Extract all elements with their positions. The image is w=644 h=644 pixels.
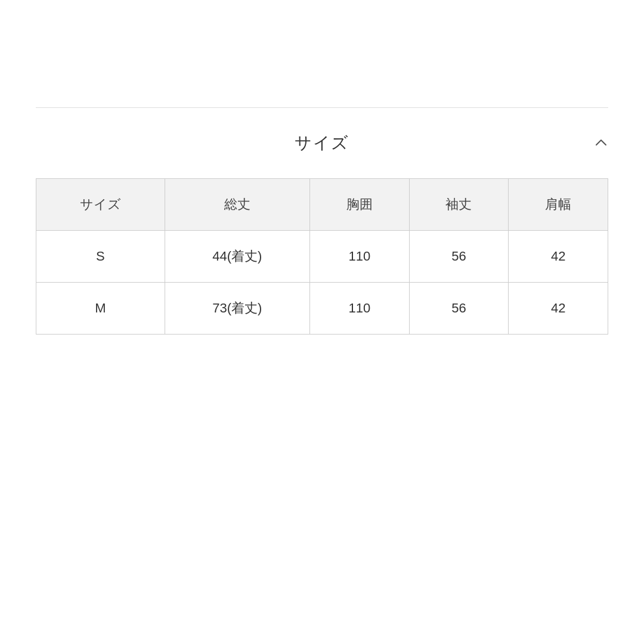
cell-chest-s: 110 — [310, 231, 410, 283]
cell-chest-m: 110 — [310, 283, 410, 335]
header-sleeve: 袖丈 — [409, 179, 509, 231]
cell-total-length-m: 73(着丈) — [165, 283, 309, 335]
cell-sleeve-s: 56 — [409, 231, 509, 283]
section-header: サイズ — [36, 132, 608, 154]
header-total-length: 総丈 — [165, 179, 309, 231]
cell-total-length-s: 44(着丈) — [165, 231, 309, 283]
header-shoulder: 肩幅 — [509, 179, 608, 231]
cell-shoulder-s: 42 — [509, 231, 608, 283]
cell-size-s: S — [36, 231, 165, 283]
table-row: S 44(着丈) 110 56 42 — [36, 231, 608, 283]
cell-size-m: M — [36, 283, 165, 335]
cell-sleeve-m: 56 — [409, 283, 509, 335]
table-row: M 73(着丈) 110 56 42 — [36, 283, 608, 335]
chevron-up-icon[interactable] — [594, 136, 608, 150]
header-chest: 胸囲 — [310, 179, 410, 231]
cell-shoulder-m: 42 — [509, 283, 608, 335]
section-title: サイズ — [295, 132, 349, 154]
table-header-row: サイズ 総丈 胸囲 袖丈 肩幅 — [36, 179, 608, 231]
divider-top — [36, 107, 608, 108]
header-size: サイズ — [36, 179, 165, 231]
size-table-wrapper: サイズ 総丈 胸囲 袖丈 肩幅 S 44(着丈) 110 56 42 M 73( — [36, 178, 608, 335]
size-table: サイズ 総丈 胸囲 袖丈 肩幅 S 44(着丈) 110 56 42 M 73( — [36, 178, 608, 335]
page-container: サイズ サイズ 総丈 胸囲 袖丈 肩幅 S 44(着丈) — [0, 0, 644, 644]
